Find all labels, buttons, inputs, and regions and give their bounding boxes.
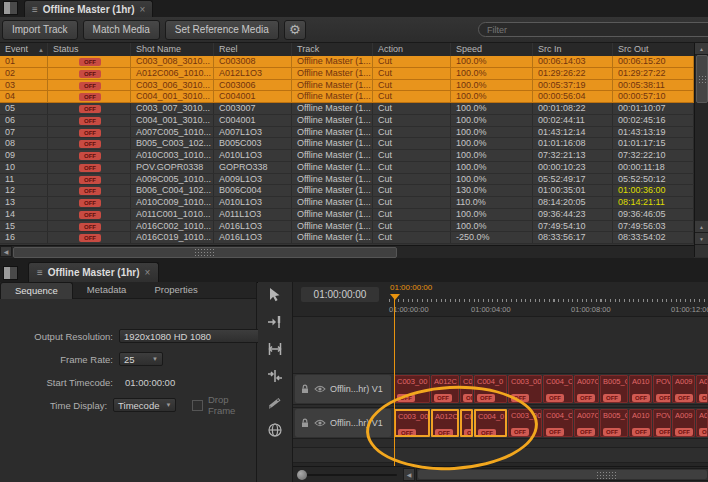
timeline-clip[interactable]: C00OFF [460, 375, 473, 403]
tab-offline-master-bottom[interactable]: ≡ Offline Master (1hr) × [28, 262, 159, 282]
lock-icon[interactable] [300, 418, 310, 428]
timeline-clip[interactable]: C003_00OFF [394, 409, 430, 437]
table-row[interactable]: 03OFFC003_006_3010...C003006Offline Mast… [0, 80, 694, 92]
timeline-clip[interactable]: POVOFF [653, 409, 671, 437]
timeline-clip[interactable]: C003_00OFF [508, 409, 542, 437]
table-row[interactable]: 10OFFPOV.GOPR0338GOPRO338Offline Master … [0, 162, 694, 174]
timeline-clip[interactable]: C004_0OFF [474, 409, 507, 437]
timeline-clip[interactable]: A0OFF [696, 375, 708, 403]
globe-tool-icon[interactable] [264, 421, 286, 439]
table-hscrollbar[interactable]: ◀ [0, 245, 694, 258]
table-row[interactable]: 14OFFA011C001_1010...A011L1O3Offline Mas… [0, 209, 694, 221]
select-tool-icon[interactable] [264, 286, 286, 304]
table-row[interactable]: 12OFFB006_C004_102...B006C004Offline Mas… [0, 185, 694, 197]
import-track-button[interactable]: Import Track [2, 20, 78, 40]
menu-icon[interactable]: ≡ [32, 4, 38, 15]
playhead-line[interactable] [394, 294, 395, 466]
timeline-hscrollbar[interactable] [416, 468, 708, 481]
cell: 100.0% [451, 103, 533, 114]
insert-tool-icon[interactable] [264, 313, 286, 331]
timeline-clip[interactable]: A010OFF [629, 375, 652, 403]
timeline-clip[interactable]: C004_0OFF [474, 375, 507, 403]
timeline-clip[interactable]: C004_COFF [543, 409, 573, 437]
table-row[interactable]: 06OFFC004_001_3010...C004001Offline Mast… [0, 115, 694, 127]
ruler-ticks[interactable] [389, 299, 708, 302]
timeline-clip[interactable]: A010OFF [629, 409, 652, 437]
timeline-hscroll-thumb[interactable] [418, 470, 707, 479]
start-timecode-value[interactable]: 01:00:00:00 [125, 377, 175, 388]
table-row[interactable]: 13OFFA010C009_1010...A010L1O3Offline Mas… [0, 197, 694, 209]
track-header[interactable]: Offlin...hr) V1 [295, 409, 391, 437]
match-media-button[interactable]: Match Media [83, 20, 160, 40]
table-row[interactable]: 09OFFA010C003_1010...A010L1O3Offline Mas… [0, 150, 694, 162]
column-header-src-out[interactable]: Src Out [613, 43, 694, 56]
drop-frame-checkbox[interactable] [192, 400, 203, 411]
eye-icon[interactable] [314, 385, 326, 393]
column-header-shot-name[interactable]: Shot Name [131, 43, 214, 56]
lock-icon[interactable] [300, 384, 310, 394]
table-row[interactable]: 01OFFC003_008_3010...C003008Offline Mast… [0, 56, 694, 68]
scroll-up-icon[interactable]: ▲ [695, 221, 708, 233]
table-row[interactable]: 15OFFA016C002_1010...A016L1O3Offline Mas… [0, 221, 694, 233]
timeline-clip[interactable]: C004_COFF [543, 375, 573, 403]
eye-icon[interactable] [314, 419, 326, 427]
timeline-clip[interactable]: A012COFF [431, 409, 459, 437]
close-icon[interactable]: × [140, 4, 146, 15]
column-header-event[interactable]: Event▲ [0, 43, 48, 56]
table-row[interactable]: 04OFFC004_001_3010...C004001Offline Mast… [0, 91, 694, 103]
column-header-speed[interactable]: Speed [451, 43, 533, 56]
timeline-clip[interactable]: A007COFF [574, 409, 599, 437]
timeline-clip[interactable]: C003_00OFF [508, 375, 542, 403]
tab-metadata[interactable]: Metadata [73, 282, 141, 298]
timeline-clip[interactable]: POVOFF [653, 375, 671, 403]
track-header[interactable]: Offlin...hr) V1 [295, 375, 391, 403]
timeline-clip[interactable]: A009OFF [672, 375, 695, 403]
table-row[interactable]: 08OFFB005_C003_102...B005C003Offline Mas… [0, 138, 694, 150]
column-header-status[interactable]: Status [48, 43, 131, 56]
trim-tool-icon[interactable] [264, 340, 286, 358]
table-row[interactable]: 05OFFC003_007_3010...C003007Offline Mast… [0, 103, 694, 115]
gear-icon[interactable]: ⚙ [284, 20, 306, 40]
track-name: Offlin...hr) V1 [330, 384, 383, 394]
vscroll-thumb[interactable] [696, 55, 708, 103]
column-header-reel[interactable]: Reel [214, 43, 292, 56]
hscroll-thumb[interactable] [13, 247, 397, 258]
panel-layout-icon[interactable] [3, 1, 18, 15]
column-header-track[interactable]: Track [292, 43, 373, 56]
timeline-clip[interactable]: A0OFF [696, 409, 708, 437]
scroll-left-icon[interactable]: ◀ [0, 246, 12, 257]
zoom-slider-track[interactable] [299, 474, 397, 476]
tab-sequence[interactable]: Sequence [0, 282, 73, 299]
timeline-clip[interactable]: C003_00OFF [394, 375, 430, 403]
frame-rate-select[interactable]: 25 ▼ [119, 352, 163, 366]
timeline-clip[interactable]: B005_COFF [600, 375, 628, 403]
timeline-clip[interactable]: C00OFF [460, 409, 473, 437]
timeline-clip[interactable]: B005_COFF [600, 409, 628, 437]
slip-tool-icon[interactable] [264, 367, 286, 385]
table-row[interactable]: 07OFFA007C005_1010...A007L1O3Offline Mas… [0, 127, 694, 139]
scroll-down-icon[interactable]: ▼ [695, 233, 708, 245]
timeline-clip[interactable]: A012COFF [431, 375, 459, 403]
table-row[interactable]: 11OFFA009C005_1010...A009L1O3Offline Mas… [0, 174, 694, 186]
panel-layout-icon[interactable] [3, 266, 18, 280]
filter-input[interactable] [478, 22, 708, 37]
column-header-action[interactable]: Action [373, 43, 451, 56]
cell: A012L1O3 [214, 68, 292, 79]
tab-offline-master-top[interactable]: ≡ Offline Master (1hr) × [24, 0, 153, 17]
playhead-marker-icon[interactable] [390, 294, 400, 300]
table-row[interactable]: 02OFFA012C006_1010...A012L1O3Offline Mas… [0, 68, 694, 80]
razor-tool-icon[interactable] [264, 394, 286, 412]
zoom-slider-knob[interactable] [297, 470, 307, 480]
time-display-select[interactable]: Timecode ▼ [113, 398, 176, 412]
table-row[interactable]: 16OFFA016C019_1010...A016L1O3Offline Mas… [0, 232, 694, 244]
scroll-left-icon[interactable]: ◀ [403, 468, 415, 481]
timeline-clip[interactable]: A009OFF [672, 409, 695, 437]
tab-properties[interactable]: Properties [140, 282, 211, 298]
output-resolution-select[interactable]: 1920x1080 HD 1080 ▼ [119, 329, 271, 343]
timeline-clip[interactable]: A007COFF [574, 375, 599, 403]
close-icon[interactable]: × [145, 267, 151, 278]
table-vscrollbar[interactable]: ▲ ▲ ▼ [694, 43, 708, 245]
set-reference-media-button[interactable]: Set Reference Media [165, 20, 279, 40]
scroll-up-icon[interactable]: ▲ [695, 43, 708, 55]
column-header-src-in[interactable]: Src In [533, 43, 613, 56]
